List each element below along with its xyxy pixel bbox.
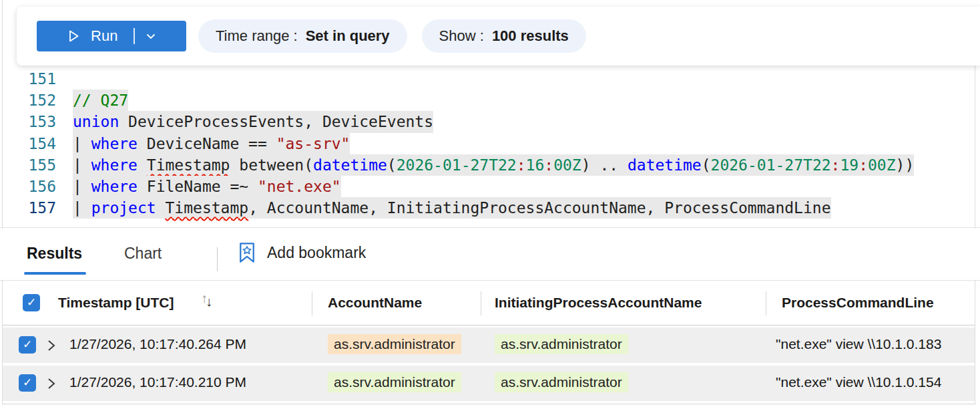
add-bookmark-button[interactable]: Add bookmark (238, 242, 366, 263)
cell-initiatingprocessaccountname: as.srv.administrator (495, 334, 628, 354)
cell-initiatingprocessaccountname: as.srv.administrator (495, 372, 628, 392)
column-header-initiatingprocessaccountname[interactable]: InitiatingProcessAccountName (495, 295, 702, 311)
active-tab-underline (24, 272, 86, 275)
code-line[interactable]: 157| project Timestamp, AccountName, Ini… (3, 197, 975, 219)
column-header-accountname[interactable]: AccountName (328, 295, 422, 311)
results-table-header: ✓ Timestamp [UTC] ↑↓ AccountName Initiat… (3, 281, 975, 325)
time-range-filter[interactable]: Time range : Set in query (198, 19, 407, 53)
editor-divider (0, 227, 980, 228)
tab-chart-label: Chart (124, 245, 162, 262)
cell-processcommandline: "net.exe" view \\10.1.0.183 (776, 336, 941, 352)
code-line[interactable]: 152// Q27 (3, 90, 975, 111)
cell-timestamp: 1/27/2026, 10:17:40.210 PM (69, 374, 246, 390)
table-row[interactable]: ✓ 1/27/2026, 10:17:40.264 PM as.srv.admi… (3, 327, 975, 363)
code-line[interactable]: 155| where Timestamp between(datetime(20… (3, 154, 975, 176)
code-line[interactable]: 153union DeviceProcessEvents, DeviceEven… (3, 111, 975, 132)
tab-results[interactable]: Results (27, 245, 82, 263)
code-line[interactable]: 156| where FileName =~ "net.exe" (3, 176, 975, 197)
show-value: 100 results (492, 27, 569, 45)
line-number: 157 (3, 197, 56, 219)
code-text: | where Timestamp between(datetime(2026-… (73, 154, 914, 176)
cell-accountname: as.srv.administrator (328, 334, 461, 354)
line-number: 154 (3, 133, 56, 154)
code-text: // Q27 (73, 90, 128, 111)
cell-accountname: as.srv.administrator (328, 372, 461, 392)
line-number: 153 (3, 111, 56, 132)
sort-icons[interactable]: ↑↓ (201, 293, 214, 308)
run-button-label: Run (91, 27, 117, 45)
select-all-checkbox[interactable]: ✓ (23, 294, 40, 311)
table-row[interactable]: ✓ 1/27/2026, 10:17:40.210 PM as.srv.admi… (3, 366, 975, 401)
line-number: 151 (3, 68, 56, 90)
sort-descending-icon: ↓ (206, 294, 212, 309)
line-number: 156 (3, 176, 56, 197)
code-text: | where FileName =~ "net.exe" (73, 176, 341, 197)
expand-row-icon[interactable] (45, 338, 57, 356)
code-text: union DeviceProcessEvents, DeviceEvents (73, 111, 433, 132)
tabbar-divider (217, 247, 218, 271)
column-header-timestamp[interactable]: Timestamp [UTC] (58, 295, 174, 311)
results-tabbar: Results Chart Add bookmark (0, 229, 980, 280)
column-divider (766, 291, 766, 315)
code-line[interactable]: 154| where DeviceName == "as-srv" (3, 133, 975, 154)
show-label: Show : (439, 27, 484, 45)
query-toolbar: Run Time range : Set in query Show : 100… (17, 7, 980, 65)
chevron-down-icon[interactable] (144, 29, 158, 43)
column-header-processcommandline[interactable]: ProcessCommandLine (782, 295, 934, 311)
line-number: 155 (3, 154, 56, 176)
expand-row-icon[interactable] (45, 376, 57, 394)
code-line[interactable]: 151 (3, 68, 975, 90)
query-editor[interactable]: 151152// Q27153union DeviceProcessEvents… (3, 68, 975, 227)
cell-processcommandline: "net.exe" view \\10.1.0.154 (776, 374, 941, 390)
tab-chart[interactable]: Chart (124, 245, 162, 263)
time-range-value: Set in query (306, 27, 390, 45)
line-number: 152 (3, 90, 56, 111)
time-range-label: Time range : (216, 27, 298, 45)
play-icon (65, 28, 81, 44)
cell-timestamp: 1/27/2026, 10:17:40.264 PM (69, 336, 246, 352)
column-divider (312, 291, 312, 315)
code-text: | project Timestamp, AccountName, Initia… (73, 197, 831, 219)
code-text: | where DeviceName == "as-srv" (73, 133, 350, 154)
add-bookmark-label: Add bookmark (267, 244, 366, 262)
tab-results-label: Results (27, 245, 82, 262)
show-results-filter[interactable]: Show : 100 results (422, 19, 586, 53)
row-checkbox[interactable]: ✓ (19, 374, 36, 392)
row-checkbox[interactable]: ✓ (19, 336, 36, 354)
run-button-divider (134, 28, 135, 44)
bookmark-icon (238, 242, 256, 263)
column-divider (481, 291, 481, 315)
run-button[interactable]: Run (37, 21, 186, 51)
